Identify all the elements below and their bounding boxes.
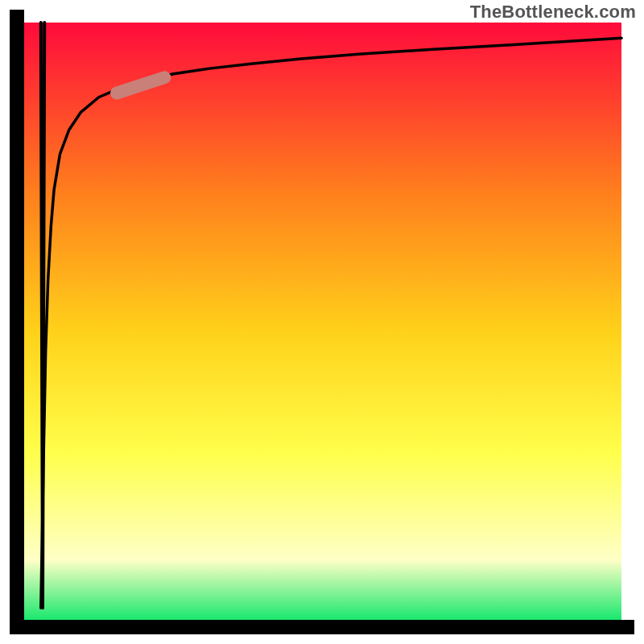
attribution-text: TheBottleneck.com: [470, 2, 636, 23]
chart-container: TheBottleneck.com: [0, 0, 644, 644]
y-axis-bar: [10, 10, 24, 634]
gradient-background: [24, 23, 621, 620]
x-axis-bar: [10, 620, 634, 634]
bottleneck-chart: [0, 0, 644, 644]
